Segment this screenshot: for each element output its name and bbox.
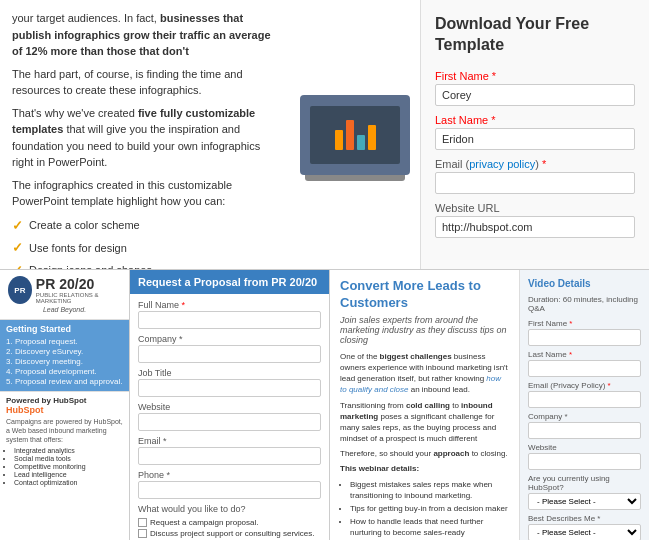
br-company-label: Company * (528, 412, 641, 421)
templates-text: That's why we've created five fully cust… (12, 105, 278, 171)
pr-nav-item-2[interactable]: 2. Discovery eSurvey. (6, 347, 123, 356)
webinar-subtitle: Join sales experts from around the marke… (340, 315, 509, 345)
pr-nav-item-4[interactable]: 4. Proposal development. (6, 367, 123, 376)
webinar-details-label: This webinar details: (340, 463, 509, 474)
checkbox-2[interactable] (138, 529, 147, 538)
br-company-input[interactable] (528, 422, 641, 439)
checkbox-item-1[interactable]: Request a campaign proposal. (138, 518, 321, 527)
last-name-input[interactable] (435, 128, 635, 150)
bar-2 (346, 120, 354, 150)
webinar-body: One of the biggest challenges business o… (340, 351, 509, 540)
last-name-label: Last Name * (435, 114, 635, 126)
email-label-bm: Email * (138, 436, 321, 446)
hubspot-logo: HubSpot (6, 405, 123, 415)
br-last-name-input[interactable] (528, 360, 641, 377)
pr-logo: PR PR 20/20 PUBLIC RELATIONS & MARKETING (8, 276, 121, 304)
checkbox-item-2[interactable]: Discuss project support or consulting se… (138, 529, 321, 538)
templates-bold: five fully customizable templates (12, 107, 255, 136)
br-website-input[interactable] (528, 453, 641, 470)
para-2: Transitioning from cold calling to inbou… (340, 400, 509, 445)
phone-label: Phone * (138, 470, 321, 480)
pr-form-header: Request a Proposal from PR 20/20 (130, 270, 329, 294)
hubspot-list-item-1: Integrated analytics (14, 447, 123, 454)
pr-nav-item-3[interactable]: 3. Discovery meeting. (6, 357, 123, 366)
bullet-1: Biggest mistakes sales reps make when tr… (350, 479, 509, 501)
bar-3 (357, 135, 365, 150)
hubspot-list-item-2: Social media tools (14, 455, 123, 462)
what-label: What would you like to do? (138, 504, 321, 514)
pr-sub-text: PUBLIC RELATIONS & MARKETING (36, 292, 121, 304)
last-name-group: Last Name * (435, 114, 635, 150)
bar-4 (368, 125, 376, 150)
checklist-item-3: ✓ Design icons and shapes (12, 261, 278, 270)
email-input[interactable] (435, 172, 635, 194)
br-describes-select[interactable]: - Please Select - (528, 524, 641, 540)
download-form-panel: Download Your Free Template First Name *… (420, 0, 649, 269)
website-input-bm[interactable] (138, 413, 321, 431)
bullet-list: Biggest mistakes sales reps make when tr… (350, 479, 509, 539)
phone-input[interactable] (138, 481, 321, 499)
email-group: Email (privacy policy) * (435, 158, 635, 194)
br-email-label: Email (Privacy Policy) * (528, 381, 641, 390)
website-label-bm: Website (138, 402, 321, 412)
checklist-label-3: Design icons and shapes (29, 262, 152, 269)
checklist-label-1: Create a color scheme (29, 217, 140, 234)
website-label: Website URL (435, 202, 635, 214)
checkbox-label-1: Request a campaign proposal. (150, 518, 259, 527)
check-icon-1: ✓ (12, 216, 23, 236)
screen-content (335, 120, 376, 150)
job-title-label: Job Title (138, 368, 321, 378)
full-name-label: Full Name * (138, 300, 321, 310)
pr-nav-item-1[interactable]: 1. Proposal request. (6, 337, 123, 346)
checklist-item-1: ✓ Create a color scheme (12, 216, 278, 236)
bottom-section: PR PR 20/20 PUBLIC RELATIONS & MARKETING… (0, 270, 649, 540)
checklist-item-2: ✓ Use fonts for design (12, 238, 278, 258)
checkbox-label-2: Discuss project support or consulting se… (150, 529, 315, 538)
main-container: your target audiences. In fact, business… (0, 0, 649, 540)
email-label: Email (privacy policy) * (435, 158, 635, 170)
check-icon-2: ✓ (12, 238, 23, 258)
br-email-input[interactable] (528, 391, 641, 408)
bold-stat: businesses that publish infographics gro… (12, 12, 271, 57)
bullet-3: How to handle leads that need further nu… (350, 516, 509, 538)
hard-part-text: The hard part, of course, is finding the… (12, 66, 278, 99)
br-main: Convert More Leads to Customers Join sal… (330, 270, 649, 540)
checkbox-group: Request a campaign proposal. Discuss pro… (138, 518, 321, 538)
highlight-text: The infographics created in this customi… (12, 177, 278, 210)
laptop-screen (310, 106, 400, 164)
video-details-title: Video Details (528, 278, 641, 289)
hubspot-desc: Campaigns are powered by HubSpot, a Web … (6, 417, 123, 444)
para-1: One of the biggest challenges business o… (340, 351, 509, 396)
pr-form-panel: Request a Proposal from PR 20/20 Full Na… (130, 270, 330, 540)
full-name-input[interactable] (138, 311, 321, 329)
website-input[interactable] (435, 216, 635, 238)
pr-nav-item-5[interactable]: 5. Proposal review and approval. (6, 377, 123, 386)
approach-bold: approach (433, 449, 469, 458)
privacy-policy-link[interactable]: privacy policy (469, 158, 535, 170)
pr-tagline: Lead Beyond. (43, 306, 86, 313)
laptop-image (300, 95, 410, 175)
pr-hubspot-title: Powered by HubSpot (6, 396, 123, 405)
first-name-group: First Name * (435, 70, 635, 106)
qualify-italic: how to qualify and close (340, 374, 501, 394)
company-input[interactable] (138, 345, 321, 363)
top-left-content: your target audiences. In fact, business… (0, 0, 290, 269)
br-hubspot-select[interactable]: - Please Select - (528, 493, 641, 510)
webinar-title: Convert More Leads to Customers (340, 278, 509, 312)
br-last-name-label: Last Name * (528, 350, 641, 359)
pr-hubspot-section: Powered by HubSpot HubSpot Campaigns are… (0, 391, 129, 491)
br-first-name-input[interactable] (528, 329, 641, 346)
job-title-input[interactable] (138, 379, 321, 397)
first-name-input[interactable] (435, 84, 635, 106)
pr-logo-circle: PR (8, 276, 32, 304)
pr-logo-text: PR 20/20 (36, 276, 121, 292)
top-section: your target audiences. In fact, business… (0, 0, 649, 270)
pr-nav: Getting Started 1. Proposal request. 2. … (0, 320, 129, 391)
website-group: Website URL (435, 202, 635, 238)
cold-calling-bold: cold calling (406, 401, 450, 410)
para-3: Therefore, so should your approach to cl… (340, 448, 509, 459)
email-input-bm[interactable] (138, 447, 321, 465)
top-center-illustration (290, 0, 420, 269)
laptop-base (305, 175, 405, 181)
checkbox-1[interactable] (138, 518, 147, 527)
